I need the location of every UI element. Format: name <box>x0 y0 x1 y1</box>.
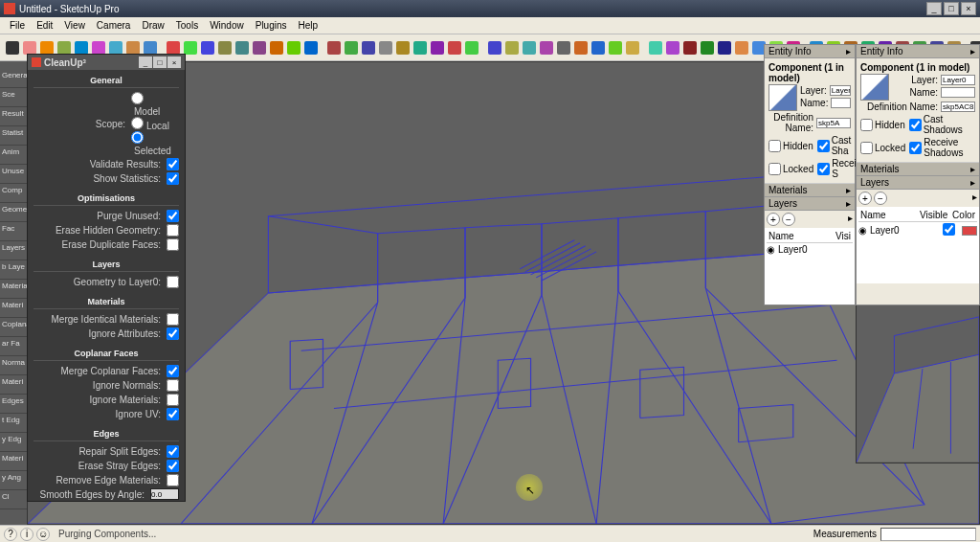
layers-remove-button-b[interactable]: − <box>874 192 887 205</box>
prev-view-button[interactable] <box>430 38 445 57</box>
name-input[interactable] <box>831 98 851 108</box>
pan-button[interactable] <box>361 38 376 57</box>
minimize-button[interactable]: _ <box>926 2 942 15</box>
panel-expand-icon-b[interactable]: ▸ <box>970 46 975 56</box>
left-tab-sce[interactable]: Sce <box>0 88 27 107</box>
top-button[interactable] <box>487 38 502 57</box>
maximize-button[interactable]: □ <box>944 2 959 15</box>
front-button[interactable] <box>504 38 520 57</box>
layer-visible-checkbox[interactable] <box>943 223 955 236</box>
x-ray-button[interactable] <box>665 38 680 57</box>
scale-button[interactable] <box>217 38 233 57</box>
materials-expand-b[interactable]: ▸ <box>970 164 975 174</box>
left-tab-geome[interactable]: Geome <box>0 203 27 222</box>
orbit-button[interactable] <box>344 38 359 57</box>
hidden-checkbox-b[interactable] <box>860 119 873 131</box>
def-name-value[interactable]: skp5A <box>816 118 851 128</box>
shaded-textures-button[interactable] <box>734 38 749 57</box>
menu-plugins[interactable]: Plugins <box>250 18 293 33</box>
purge-checkbox[interactable] <box>167 210 179 222</box>
right-button[interactable] <box>522 38 537 57</box>
erase-hidden-checkbox[interactable] <box>167 224 179 237</box>
left-tab-statist[interactable]: Statist <box>0 126 27 146</box>
scope-model-radio[interactable] <box>131 92 144 104</box>
layer-color-swatch[interactable] <box>962 226 977 236</box>
cleanup-maximize-button[interactable]: □ <box>153 56 167 68</box>
scope-selected-radio[interactable] <box>131 131 144 144</box>
cleanup-titlebar[interactable]: CleanUp³ _ □ × <box>28 55 185 70</box>
layers-button[interactable] <box>556 38 571 57</box>
col-vis-b[interactable]: Visible <box>918 210 950 220</box>
ignore-materials-checkbox[interactable] <box>167 394 179 406</box>
locked-checkbox-b[interactable] <box>860 142 873 154</box>
left-tab-coplanar-fac[interactable]: Coplanar Fac <box>0 318 27 337</box>
dimension-button[interactable] <box>303 38 319 57</box>
ignore-uv-checkbox[interactable] <box>167 408 179 420</box>
close-button[interactable]: × <box>961 2 976 15</box>
zoom-window-button[interactable] <box>412 38 428 57</box>
hidden-line-button[interactable] <box>700 38 715 57</box>
receive-shadows-checkbox-b[interactable] <box>909 142 922 154</box>
stray-edges-checkbox[interactable] <box>167 460 179 472</box>
materials-button[interactable] <box>608 38 623 57</box>
shaded-button[interactable] <box>717 38 732 57</box>
def-name-value-b[interactable]: skp5AC8 <box>941 102 975 112</box>
col-color-b[interactable]: Color <box>950 210 977 220</box>
user-icon[interactable]: ☺ <box>36 528 50 541</box>
left-tab-unuse[interactable]: Unuse <box>0 165 27 184</box>
left-tab-materials[interactable]: Materials <box>0 280 27 299</box>
menu-help[interactable]: Help <box>293 18 324 33</box>
geom-layer0-checkbox[interactable] <box>167 276 179 288</box>
left-tab-edges[interactable]: Edges <box>0 395 27 414</box>
left-tab-y-ang[interactable]: y Ang <box>0 471 27 490</box>
left-tab-b-laye[interactable]: b Laye <box>0 260 27 280</box>
menu-camera[interactable]: Camera <box>91 18 137 33</box>
protractor-button[interactable] <box>269 38 284 57</box>
menu-tools[interactable]: Tools <box>170 18 204 33</box>
col-name-header[interactable]: Name <box>767 231 834 241</box>
left-tab-materi[interactable]: Materi <box>0 375 27 395</box>
stats-checkbox[interactable] <box>167 172 179 185</box>
smooth-angle-input[interactable] <box>150 488 179 500</box>
receive-shadows-checkbox[interactable] <box>817 163 830 175</box>
erase-dup-checkbox[interactable] <box>167 238 179 251</box>
layer-row[interactable]: ◉Layer0 <box>767 243 853 256</box>
col-name-b[interactable]: Name <box>858 210 918 220</box>
left-tab-norma[interactable]: Norma <box>0 356 27 375</box>
layers-menu-icon-b[interactable]: ▸ <box>972 192 977 205</box>
remove-edge-mat-checkbox[interactable] <box>167 474 179 486</box>
left-tab-y-edg[interactable]: y Edg <box>0 433 27 452</box>
menu-edit[interactable]: Edit <box>31 18 58 33</box>
layer-row-b[interactable]: ◉Layer0 <box>858 222 977 238</box>
info-icon[interactable]: i <box>20 528 33 541</box>
offset-button[interactable] <box>234 38 250 57</box>
menu-view[interactable]: View <box>58 18 91 33</box>
hidden-checkbox[interactable] <box>768 140 781 152</box>
layers-add-button[interactable]: + <box>767 213 780 226</box>
merge-mat-checkbox[interactable] <box>167 313 179 326</box>
rotate-button[interactable] <box>200 38 215 57</box>
repair-edges-checkbox[interactable] <box>167 445 179 458</box>
ignore-attr-checkbox[interactable] <box>167 327 179 340</box>
cleanup-close-button[interactable]: × <box>167 56 181 68</box>
locked-checkbox[interactable] <box>768 163 781 175</box>
outliner-button[interactable] <box>573 38 589 57</box>
zoom-button[interactable] <box>378 38 393 57</box>
help-icon[interactable]: ? <box>4 528 17 541</box>
menu-file[interactable]: File <box>4 18 31 33</box>
left-tab-cl[interactable]: Cl <box>0 490 27 509</box>
section-button[interactable] <box>539 38 554 57</box>
left-tab-materi[interactable]: Materi <box>0 299 27 318</box>
left-tab-comp[interactable]: Comp <box>0 184 27 203</box>
scope-local-radio[interactable] <box>131 117 144 129</box>
left-tab-general[interactable]: General <box>0 69 27 88</box>
left-tab-result[interactable]: Result <box>0 107 27 126</box>
shadows-button[interactable] <box>625 38 640 57</box>
cast-shadows-checkbox[interactable] <box>817 140 830 152</box>
next-view-button[interactable] <box>447 38 462 57</box>
text-button[interactable] <box>286 38 301 57</box>
left-tab-anim[interactable]: Anim <box>0 146 27 165</box>
materials-expand-icon[interactable]: ▸ <box>846 185 851 195</box>
left-tab-fac[interactable]: Fac <box>0 222 27 241</box>
layers-expand-b[interactable]: ▸ <box>970 177 975 188</box>
